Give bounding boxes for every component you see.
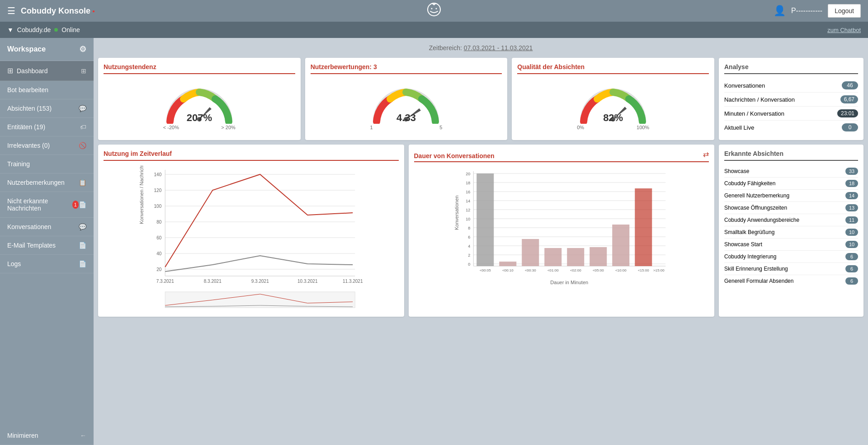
chatbot-link[interactable]: zum Chatbot bbox=[827, 27, 861, 33]
intent-label-1: Cobuddy Fähigkeiten bbox=[724, 180, 775, 187]
dauer-chart-area: Konversationen 20 bbox=[414, 167, 709, 311]
analyse-label-1: Nachrichten / Konversation bbox=[724, 96, 795, 103]
card-nutzung-chart: Nutzung im Zeitverlauf Konversationen / … bbox=[98, 145, 404, 317]
intent-label-6: Showcase Start bbox=[724, 241, 762, 248]
card-qualitaet: Qualität der Absichten bbox=[512, 58, 714, 140]
svg-text:12: 12 bbox=[466, 208, 470, 212]
analyse-label-2: Minuten / Konversation bbox=[724, 110, 784, 117]
intent-badge-2: 14 bbox=[845, 192, 858, 199]
gear-icon[interactable]: ⚙ bbox=[79, 44, 86, 54]
gauge-qualitaet-container: 82% 0% 100% bbox=[517, 79, 709, 135]
svg-text:Konversationen: Konversationen bbox=[454, 196, 459, 230]
intent-row-1: Cobuddy Fähigkeiten 18 bbox=[724, 178, 858, 190]
intent-label-0: Showcase bbox=[724, 168, 749, 174]
online-dot bbox=[54, 28, 58, 32]
logout-button[interactable]: Logout bbox=[828, 4, 861, 18]
time-range-value[interactable]: 07.03.2021 - 11.03.2021 bbox=[464, 44, 533, 52]
gauge-nutzung-wrapper: 207% bbox=[163, 83, 236, 124]
email-templates-label: E-Mail Templates bbox=[7, 242, 56, 249]
sidebar-item-minimieren[interactable]: Minimieren ← bbox=[0, 426, 94, 445]
svg-text:Konversationen / Nachrichten: Konversationen / Nachrichten bbox=[139, 165, 144, 224]
svg-rect-63 bbox=[612, 225, 629, 266]
svg-text:<01:00: <01:00 bbox=[547, 268, 558, 272]
gauge-qualitaet-wrapper: 82% bbox=[577, 83, 649, 124]
notification-badge: ● bbox=[92, 9, 95, 14]
topbar-left: ☰ Cobuddy Konsole ● bbox=[7, 5, 95, 16]
sidebar-item-logs[interactable]: Logs 📄 bbox=[0, 255, 94, 273]
svg-text:<10:00: <10:00 bbox=[615, 268, 626, 272]
svg-text:<00:30: <00:30 bbox=[524, 268, 536, 272]
svg-text:Dauer in Minuten: Dauer in Minuten bbox=[550, 280, 588, 285]
absichten-label: Absichten (153) bbox=[7, 105, 52, 112]
intent-label-3: Showcase Öffnungszeiten bbox=[724, 205, 787, 211]
gauge-bewertung-wrapper: 4.33 bbox=[370, 83, 442, 124]
gauge-nutzung-container: 207% < -20% > 20% bbox=[104, 79, 295, 135]
svg-text:0: 0 bbox=[468, 262, 470, 267]
intent-badge-8: 6 bbox=[845, 265, 858, 272]
main-content: Zeitbereich: 07.03.2021 - 11.03.2021 Nut… bbox=[94, 38, 868, 445]
topbar: ☰ Cobuddy Konsole ● 👤 P----------- Logou… bbox=[0, 0, 868, 22]
gauge-nutzung-labels: < -20% > 20% bbox=[163, 125, 236, 130]
sidebar-item-nicht-erkannte[interactable]: Nicht erkannte Nachrichten 1 📄 bbox=[0, 192, 94, 218]
workspace-label: Workspace bbox=[7, 45, 46, 53]
analyse-row-2: Minuten / Konversation 23:01 bbox=[724, 107, 858, 121]
tag-icon: 🏷 bbox=[80, 123, 86, 131]
svg-rect-57 bbox=[476, 173, 494, 266]
nutzerbemerkungen-label: Nutzerbemerkungen bbox=[7, 179, 65, 186]
email-icon: 📄 bbox=[79, 242, 86, 249]
svg-text:<15:00: <15:00 bbox=[637, 268, 649, 272]
sidebar: Workspace ⚙ ⊞ Dashboard ⊞ Bot bearbeiten… bbox=[0, 38, 94, 445]
subbar: ▼ Cobuddy.de Online zum Chatbot bbox=[0, 22, 868, 38]
card-nutzungstendenz: Nutzungstendenz bbox=[98, 58, 301, 140]
swap-icon[interactable]: ⇄ bbox=[703, 150, 709, 159]
svg-text:<02:00: <02:00 bbox=[570, 268, 581, 272]
svg-text:18: 18 bbox=[466, 181, 470, 185]
gauge-bewertung-value: 4.33 bbox=[370, 112, 442, 124]
card-dauer-chart: Dauer von Konversationen ⇄ Konversatione… bbox=[409, 145, 715, 317]
svg-text:7.3.2021: 7.3.2021 bbox=[156, 279, 174, 284]
dauer-chart-svg: Konversationen 20 bbox=[414, 167, 709, 311]
logo-svg bbox=[426, 1, 442, 18]
svg-text:20: 20 bbox=[156, 267, 162, 272]
sidebar-item-entitaeten[interactable]: Entitäten (19) 🏷 bbox=[0, 118, 94, 136]
sidebar-item-nutzerbemerkungen[interactable]: Nutzerbemerkungen 📋 bbox=[0, 173, 94, 192]
svg-text:60: 60 bbox=[156, 235, 162, 240]
erkannte-absichten-title: Erkannte Absichten bbox=[724, 150, 858, 161]
notes-icon: 📋 bbox=[79, 179, 86, 186]
dropdown-icon[interactable]: ▼ bbox=[7, 26, 14, 33]
svg-text:6: 6 bbox=[468, 235, 470, 239]
svg-text:8: 8 bbox=[468, 226, 470, 230]
time-range: Zeitbereich: 07.03.2021 - 11.03.2021 bbox=[98, 42, 863, 53]
svg-rect-59 bbox=[522, 239, 539, 266]
sidebar-item-irrelevantes[interactable]: Irrelevantes (0) 🚫 bbox=[0, 136, 94, 155]
doc-icon: 📄 bbox=[79, 201, 86, 208]
analyse-rows: Konversationen 46 Nachrichten / Konversa… bbox=[724, 79, 858, 134]
bewertung-title: Nutzerbewertungen: 3 bbox=[311, 63, 502, 74]
logs-label: Logs bbox=[7, 260, 21, 267]
intent-row-2: Generell Nutzerbemerkung 14 bbox=[724, 190, 858, 202]
minimieren-label: Minimieren bbox=[7, 432, 38, 439]
menu-icon[interactable]: ☰ bbox=[7, 5, 15, 16]
sidebar-item-absichten[interactable]: Absichten (153) 💬 bbox=[0, 99, 94, 118]
intent-label-2: Generell Nutzerbemerkung bbox=[724, 192, 789, 199]
intent-badge-0: 33 bbox=[845, 168, 858, 175]
svg-text:4: 4 bbox=[468, 244, 470, 248]
svg-text:100: 100 bbox=[154, 204, 162, 209]
svg-text:11.3.2021: 11.3.2021 bbox=[343, 279, 363, 284]
sidebar-item-email-templates[interactable]: E-Mail Templates 📄 bbox=[0, 236, 94, 255]
sidebar-item-workspace[interactable]: Workspace ⚙ bbox=[0, 38, 94, 61]
sidebar-item-training[interactable]: Training bbox=[0, 155, 94, 173]
sidebar-item-label: Dashboard bbox=[17, 67, 48, 75]
sidebar-item-konversationen[interactable]: Konversationen 💬 bbox=[0, 218, 94, 236]
logs-icon: 📄 bbox=[79, 260, 86, 267]
analyse-badge-3: 0 bbox=[842, 123, 858, 131]
analyse-badge-1: 6,67 bbox=[840, 95, 858, 103]
sidebar-item-dashboard[interactable]: ⊞ Dashboard ⊞ bbox=[0, 61, 94, 81]
intent-badge-9: 6 bbox=[845, 277, 858, 285]
card-analyse: Analyse Konversationen 46 Nachrichten / … bbox=[719, 58, 863, 140]
svg-text:80: 80 bbox=[156, 220, 162, 225]
svg-text:<00:05: <00:05 bbox=[479, 268, 491, 272]
subbar-left: ▼ Cobuddy.de Online bbox=[7, 26, 80, 33]
sidebar-item-bot-bearbeiten[interactable]: Bot bearbeiten bbox=[0, 81, 94, 99]
intent-row-8: Skill Erinnerung Erstellung 6 bbox=[724, 263, 858, 275]
